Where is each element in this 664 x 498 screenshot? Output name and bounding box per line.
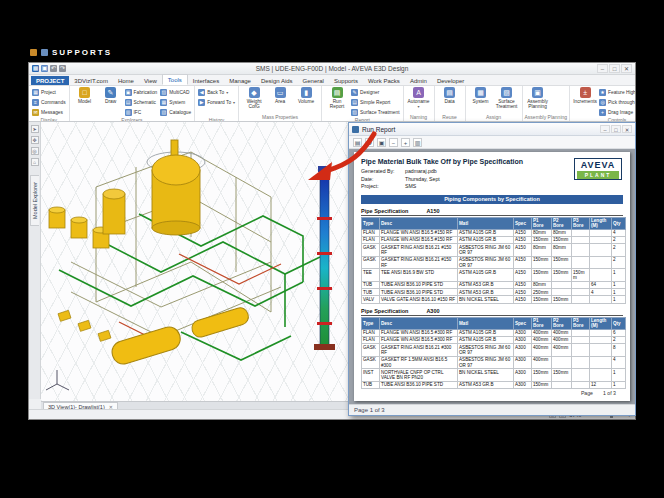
zoom-tool-icon[interactable]: ◎ [31, 147, 39, 155]
system-icon: ▦ [160, 99, 167, 106]
ribbon-button-system[interactable]: ▦System [469, 87, 493, 104]
minimize-button[interactable]: – [597, 64, 608, 73]
ribbon-button-forward-to[interactable]: ▶Forward To▾ [198, 97, 235, 107]
close-button[interactable]: ✕ [621, 64, 632, 73]
table-cell [552, 281, 572, 288]
ribbon-button-weight-cofg[interactable]: ◆Weight CofG [242, 87, 266, 109]
app-icon[interactable]: ▦ [32, 65, 39, 72]
ribbon-button-pick-through-translucent[interactable]: ◎Pick through Translucent [599, 97, 635, 107]
zoom-in-icon[interactable]: + [401, 138, 410, 147]
ribbon-button-model[interactable]: □Model [73, 87, 97, 104]
copy-icon[interactable]: ▣ [377, 138, 386, 147]
button-label: Increments [573, 99, 597, 104]
table-cell: ASBESTOS RING JM 60 OR 97 [458, 244, 514, 257]
home-view-icon[interactable]: ⌂ [31, 158, 39, 166]
ribbon-tab-3dvizit-com[interactable]: 3DVizIT.com [69, 76, 113, 85]
ribbon-button-surface-treatment[interactable]: ▨Surface Treatment [495, 87, 519, 109]
table-cell: BN NICKEL STEEL [458, 369, 514, 382]
report-minimize-button[interactable]: – [600, 125, 610, 133]
ribbon-button-catalogue[interactable]: ▧Catalogue [160, 107, 191, 117]
bto-table: TypeDescMatlSpecP1 BoreP2 BoreP3 BoreLen… [361, 317, 626, 390]
ribbon-button-assembly-planning[interactable]: ▣Assembly Planning [526, 87, 550, 109]
ribbon-tab-admin[interactable]: Admin [405, 76, 432, 85]
print-preview-area[interactable]: Pipe Material Bulk Take Off by Pipe Spec… [349, 149, 635, 404]
report-maximize-button[interactable]: □ [611, 125, 621, 133]
table-row: FLANFLANGE WN ANSI B16.5 #300 RFASTM A10… [362, 329, 626, 336]
table-row: GASKGASKET RF 1.5MM ANSI B16.5 #300ASBES… [362, 356, 626, 369]
ribbon-button-messages[interactable]: ✉Messages [32, 107, 66, 117]
ribbon-tab-work-packs[interactable]: Work Packs [363, 76, 405, 85]
table-cell: A300 [514, 329, 532, 336]
ribbon-button-drag-image[interactable]: +Drag Image [599, 107, 635, 117]
save-icon[interactable]: ▣ [41, 65, 48, 72]
ribbon-button-schematic[interactable]: ▤Schematic [125, 97, 158, 107]
ribbon-button-fabrication[interactable]: ▣Fabrication [125, 87, 158, 97]
report-window-icon [352, 126, 359, 133]
col-length-m: Length (M) [590, 217, 612, 229]
ribbon-button-run-report[interactable]: ▤Run Report [325, 87, 349, 109]
ribbon-button-multicad[interactable]: ▨MultiCAD [160, 87, 191, 97]
table-cell: 150mm [572, 269, 590, 282]
report-titlebar[interactable]: Run Report – □ ✕ [349, 123, 635, 136]
table-cell: TUBE ANSI B36.10 PIPE STD [380, 281, 458, 288]
ribbon-button-volume[interactable]: ▮Volume [294, 87, 318, 104]
table-cell: A150 [514, 229, 532, 236]
app-titlebar[interactable]: ▦ ▣ ↶ ↷ SMS | UDE-ENG-F00D | Model - AVE… [29, 63, 635, 75]
ribbon-button-designer[interactable]: ✎Designer [351, 87, 399, 97]
undo-icon[interactable]: ↶ [50, 65, 57, 72]
section-heading: Pipe SpecificationA150 [361, 208, 623, 216]
col-p2-bore: P2 Bore [552, 217, 572, 229]
table-cell: TUB [362, 381, 380, 388]
ribbon-tab-general[interactable]: General [298, 76, 329, 85]
ribbon-button-increments[interactable]: ±Increments [573, 87, 597, 104]
model-explorer-tab[interactable]: Model Explorer [30, 175, 39, 226]
button-label: Commands [41, 100, 66, 105]
report-close-button[interactable]: ✕ [622, 125, 632, 133]
ribbon-button-simple-report[interactable]: ▤Simple Report [351, 97, 399, 107]
ribbon-tab-view[interactable]: View [139, 76, 162, 85]
ribbon-button-data[interactable]: ▤Data [438, 87, 462, 104]
ribbon-button-project[interactable]: ▦Project [32, 87, 66, 97]
ribbon-button-autoname[interactable]: AAutoname▾ [407, 87, 431, 109]
section-spec-code: A300 [426, 308, 439, 314]
ribbon-tab-home[interactable]: Home [113, 76, 139, 85]
page-setup-icon[interactable]: ⚙ [365, 138, 374, 147]
ribbon-button-feature-highlight[interactable]: ★Feature Highlight [599, 87, 635, 97]
ribbon-tab-developer[interactable]: Developer [432, 76, 469, 85]
export-icon[interactable]: ▥ [413, 138, 422, 147]
table-cell: 80mm [532, 244, 552, 257]
table-cell: 4 [612, 356, 626, 369]
ribbon-tab-tools[interactable]: Tools [162, 74, 188, 85]
ribbon-button-back-to[interactable]: ◀Back To▾ [198, 87, 235, 97]
area-icon: ▭ [275, 87, 286, 98]
ribbon-button-commands[interactable]: ≡Commands [32, 97, 66, 107]
table-cell: 1 [612, 289, 626, 296]
table-cell [590, 269, 612, 282]
ribbon-button-surface-treatment[interactable]: ▨Surface Treatment [351, 107, 399, 117]
ribbon-button-ifc[interactable]: ▥IFC [125, 107, 158, 117]
ribbon-button-system[interactable]: ▦System [160, 97, 191, 107]
table-cell [572, 381, 590, 388]
meta-value: SMS [405, 183, 416, 191]
table-cell [572, 229, 590, 236]
table-row: TEETEE ANSI B16.9 BW STDASTM A105 GR.BA1… [362, 269, 626, 282]
redo-icon[interactable]: ↷ [59, 65, 66, 72]
table-cell: BN NICKEL STEEL [458, 296, 514, 303]
print-icon[interactable]: ▤ [353, 138, 362, 147]
ribbon-group-label: Mass Properties [239, 114, 321, 121]
ribbon-button-area[interactable]: ▭Area [268, 87, 292, 104]
ribbon-tab-project[interactable]: PROJECT [31, 76, 69, 85]
ribbon-button-draw[interactable]: ✎Draw [99, 87, 123, 104]
ribbon-tab-interfaces[interactable]: Interfaces [188, 76, 224, 85]
button-label: Area [275, 99, 285, 104]
ribbon-tab-design-aids[interactable]: Design Aids [256, 76, 298, 85]
button-label: System [473, 99, 489, 104]
ribbon-tab-manage[interactable]: Manage [224, 76, 256, 85]
pan-icon[interactable]: ✥ [31, 136, 39, 144]
cursor-icon[interactable]: ➤ [31, 125, 39, 133]
table-row: TUBTUBE ANSI B36.10 PIPE STDASTM A53 GR.… [362, 289, 626, 296]
ribbon-tab-supports[interactable]: Supports [329, 76, 363, 85]
zoom-out-icon[interactable]: − [389, 138, 398, 147]
maximize-button[interactable]: □ [609, 64, 620, 73]
table-cell: TUB [362, 281, 380, 288]
